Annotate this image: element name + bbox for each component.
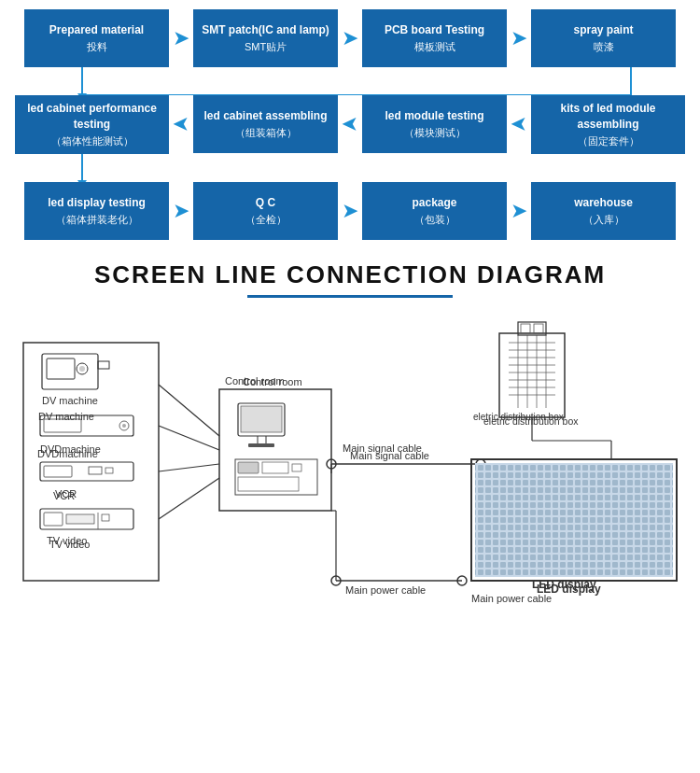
process-box-prepared-material: Prepared material 投料 [24, 9, 169, 67]
svg-rect-66 [475, 463, 673, 577]
svg-rect-30 [248, 443, 274, 447]
svg-rect-59 [534, 324, 543, 333]
arrow-2-1: ➤ [511, 112, 527, 136]
process-box-led-display-test: led display testing （箱体拼装老化） [24, 182, 169, 240]
diagram-title: SCREEN LINE CONNECTION DIAGRAM [14, 260, 686, 289]
diagram-canvas: DV machine DVDmachine VCR TV video Contr… [14, 315, 686, 604]
svg-rect-19 [105, 468, 113, 473]
svg-point-11 [79, 366, 85, 372]
svg-rect-33 [262, 462, 288, 473]
arrow-2-2: ➤ [342, 112, 358, 136]
diagram-underline [247, 295, 453, 298]
dv-machine-label: DV machine [42, 395, 98, 406]
svg-rect-34 [292, 464, 301, 471]
tv-video-text: TV video [47, 535, 87, 546]
diagram-svg: DV machine DVDmachine VCR TV video Contr… [14, 315, 686, 604]
arrow-3-1: ➤ [173, 199, 189, 223]
connector-2-3 [7, 154, 693, 182]
process-box-spray: spray paint 喷漆 [531, 9, 676, 67]
process-row-3: led display testing （箱体拼装老化） ➤ Q C （全检） … [7, 182, 693, 240]
main-power-cable-label: Main power cable [471, 593, 552, 604]
connector-1-2 [7, 67, 693, 95]
process-box-package: package （包装） [362, 182, 507, 240]
svg-rect-27 [241, 406, 282, 432]
led-display-text: LED display [532, 578, 596, 591]
svg-rect-24 [102, 514, 109, 521]
dvd-machine-text: DVDmachine [37, 448, 98, 459]
svg-line-39 [159, 478, 219, 519]
svg-marker-3 [77, 93, 87, 95]
process-row-2: kits of led module assembling （固定套件） ➤ l… [7, 95, 693, 154]
svg-line-38 [159, 464, 219, 471]
svg-rect-9 [47, 358, 75, 379]
process-box-led-cabinet-perf: led cabinet performance testing （箱体性能测试） [15, 95, 169, 154]
vcr-text: VCR [53, 490, 75, 501]
process-box-led-cabinet-assemble: led cabinet assembling （组装箱体） [193, 95, 338, 153]
main-signal-text: Main signal cable [343, 443, 422, 454]
arrow-1-3: ➤ [511, 26, 527, 50]
svg-rect-8 [98, 361, 109, 369]
arrow-3-3: ➤ [511, 199, 527, 223]
svg-rect-22 [66, 514, 94, 524]
svg-rect-35 [238, 477, 299, 491]
svg-line-37 [159, 426, 219, 450]
svg-rect-21 [44, 513, 63, 526]
electric-box-text: eletric distribution box [473, 412, 564, 422]
svg-rect-32 [238, 462, 259, 473]
svg-rect-58 [521, 324, 530, 333]
svg-rect-7 [42, 354, 98, 389]
svg-marker-5 [77, 180, 87, 182]
svg-rect-18 [89, 467, 102, 474]
process-box-led-module-test: led module testing （模块测试） [362, 95, 507, 153]
arrow-1-2: ➤ [342, 26, 358, 50]
process-box-kits: kits of led module assembling （固定套件） [531, 95, 685, 154]
control-room-text: Control room [225, 375, 285, 386]
diagram-section: SCREEN LINE CONNECTION DIAGRAM DV machin… [0, 249, 700, 613]
process-box-qc: Q C （全检） [193, 182, 338, 240]
process-flow-section: Prepared material 投料 ➤ SMT patch(IC and … [0, 0, 700, 249]
svg-rect-44 [499, 333, 565, 417]
process-row-1: Prepared material 投料 ➤ SMT patch(IC and … [7, 9, 693, 67]
svg-rect-16 [40, 462, 133, 481]
process-box-smt: SMT patch(IC and lamp) SMT贴片 [193, 9, 338, 67]
svg-rect-17 [44, 466, 72, 477]
arrow-3-2: ➤ [342, 199, 358, 223]
svg-point-15 [122, 424, 126, 428]
process-box-pcb: PCB board Testing 模板测试 [362, 9, 507, 67]
dv-machine-text: DV machine [38, 411, 94, 422]
process-box-warehouse: warehouse （入库） [531, 182, 676, 240]
arrow-2-3: ➤ [173, 112, 189, 136]
main-power-text: Main power cable [345, 584, 426, 596]
arrow-1-1: ➤ [173, 26, 189, 50]
svg-line-36 [159, 385, 219, 436]
